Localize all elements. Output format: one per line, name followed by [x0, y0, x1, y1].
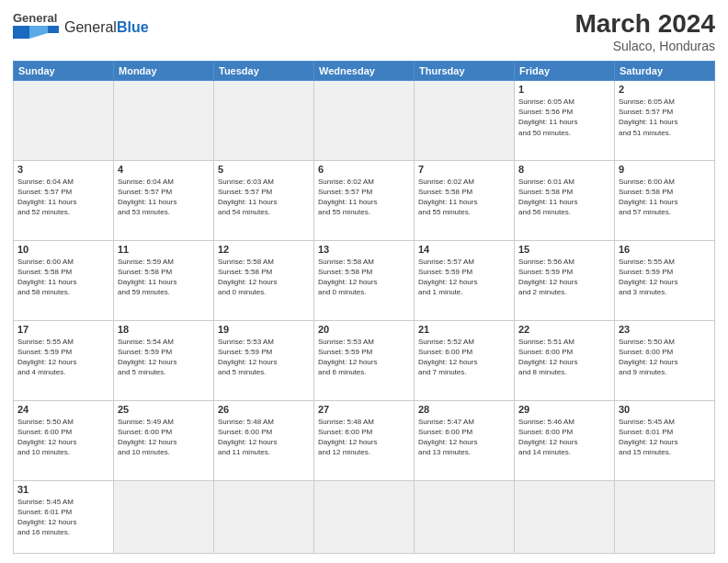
day-number: 9 — [619, 164, 711, 175]
generalblue-logo-icon: General — [13, 9, 59, 46]
calendar-cell: 28Sunrise: 5:47 AM Sunset: 6:00 PM Dayli… — [415, 400, 515, 480]
calendar-week-row: 31Sunrise: 5:45 AM Sunset: 6:01 PM Dayli… — [14, 480, 715, 553]
day-number: 17 — [17, 324, 109, 335]
day-info: Sunrise: 5:47 AM Sunset: 6:00 PM Dayligh… — [418, 417, 510, 458]
calendar-cell: 1Sunrise: 6:05 AM Sunset: 5:56 PM Daylig… — [515, 81, 615, 161]
weekday-header-monday: Monday — [114, 62, 214, 81]
day-number: 5 — [218, 164, 310, 175]
calendar-cell — [314, 81, 415, 161]
day-number: 28 — [418, 404, 510, 415]
calendar-cell — [114, 81, 214, 161]
day-info: Sunrise: 5:54 AM Sunset: 5:59 PM Dayligh… — [118, 337, 210, 378]
calendar-cell: 11Sunrise: 5:59 AM Sunset: 5:58 PM Dayli… — [114, 240, 214, 320]
day-number: 16 — [619, 244, 711, 255]
calendar-cell: 13Sunrise: 5:58 AM Sunset: 5:58 PM Dayli… — [314, 240, 415, 320]
day-number: 23 — [619, 324, 711, 335]
day-number: 10 — [17, 244, 109, 255]
calendar-cell: 12Sunrise: 5:58 AM Sunset: 5:58 PM Dayli… — [214, 240, 314, 320]
calendar-cell: 15Sunrise: 5:56 AM Sunset: 5:59 PM Dayli… — [515, 240, 615, 320]
calendar-cell: 31Sunrise: 5:45 AM Sunset: 6:01 PM Dayli… — [14, 480, 114, 553]
day-info: Sunrise: 5:45 AM Sunset: 6:01 PM Dayligh… — [17, 497, 109, 538]
day-number: 8 — [518, 164, 610, 175]
day-number: 26 — [218, 404, 310, 415]
calendar-cell: 23Sunrise: 5:50 AM Sunset: 6:00 PM Dayli… — [615, 320, 715, 400]
calendar-cell: 2Sunrise: 6:05 AM Sunset: 5:57 PM Daylig… — [615, 81, 715, 161]
title-block: March 2024 Sulaco, Honduras — [574, 9, 715, 53]
day-number: 12 — [218, 244, 310, 255]
weekday-header-wednesday: Wednesday — [314, 62, 415, 81]
weekday-header-tuesday: Tuesday — [214, 62, 314, 81]
calendar-title: March 2024 — [574, 9, 715, 39]
calendar-cell — [114, 480, 214, 553]
day-number: 21 — [418, 324, 510, 335]
day-info: Sunrise: 5:58 AM Sunset: 5:58 PM Dayligh… — [218, 257, 310, 298]
svg-rect-1 — [13, 26, 29, 39]
day-number: 2 — [619, 84, 711, 95]
calendar-cell: 17Sunrise: 5:55 AM Sunset: 5:59 PM Dayli… — [14, 320, 114, 400]
day-number: 30 — [619, 404, 711, 415]
day-number: 20 — [318, 324, 410, 335]
calendar-cell — [214, 480, 314, 553]
calendar-cell: 4Sunrise: 6:04 AM Sunset: 5:57 PM Daylig… — [114, 160, 214, 240]
day-info: Sunrise: 5:55 AM Sunset: 5:59 PM Dayligh… — [619, 257, 711, 298]
calendar-cell: 27Sunrise: 5:48 AM Sunset: 6:00 PM Dayli… — [314, 400, 415, 480]
logo-label: GeneralBlue — [64, 19, 149, 36]
day-info: Sunrise: 6:04 AM Sunset: 5:57 PM Dayligh… — [17, 177, 109, 218]
calendar-cell: 25Sunrise: 5:49 AM Sunset: 6:00 PM Dayli… — [114, 400, 214, 480]
calendar-cell: 26Sunrise: 5:48 AM Sunset: 6:00 PM Dayli… — [214, 400, 314, 480]
weekday-header-saturday: Saturday — [615, 62, 715, 81]
calendar-cell: 21Sunrise: 5:52 AM Sunset: 6:00 PM Dayli… — [415, 320, 515, 400]
day-number: 6 — [318, 164, 410, 175]
calendar-cell: 10Sunrise: 6:00 AM Sunset: 5:58 PM Dayli… — [14, 240, 114, 320]
day-number: 15 — [518, 244, 610, 255]
day-info: Sunrise: 6:04 AM Sunset: 5:57 PM Dayligh… — [118, 177, 210, 218]
calendar-week-row: 24Sunrise: 5:50 AM Sunset: 6:00 PM Dayli… — [14, 400, 715, 480]
day-info: Sunrise: 6:01 AM Sunset: 5:58 PM Dayligh… — [518, 177, 610, 218]
day-number: 18 — [118, 324, 210, 335]
day-info: Sunrise: 5:58 AM Sunset: 5:58 PM Dayligh… — [318, 257, 410, 298]
day-number: 22 — [518, 324, 610, 335]
day-number: 11 — [118, 244, 210, 255]
calendar-week-row: 1Sunrise: 6:05 AM Sunset: 5:56 PM Daylig… — [14, 81, 715, 161]
calendar-cell: 7Sunrise: 6:02 AM Sunset: 5:58 PM Daylig… — [415, 160, 515, 240]
day-info: Sunrise: 5:57 AM Sunset: 5:59 PM Dayligh… — [418, 257, 510, 298]
calendar-cell: 5Sunrise: 6:03 AM Sunset: 5:57 PM Daylig… — [214, 160, 314, 240]
calendar-cell: 22Sunrise: 5:51 AM Sunset: 6:00 PM Dayli… — [515, 320, 615, 400]
calendar-week-row: 17Sunrise: 5:55 AM Sunset: 5:59 PM Dayli… — [14, 320, 715, 400]
day-number: 7 — [418, 164, 510, 175]
logo: General GeneralBlue — [13, 9, 149, 46]
day-info: Sunrise: 5:52 AM Sunset: 6:00 PM Dayligh… — [418, 337, 510, 378]
weekday-header-friday: Friday — [515, 62, 615, 81]
day-info: Sunrise: 5:46 AM Sunset: 6:00 PM Dayligh… — [518, 417, 610, 458]
day-number: 14 — [418, 244, 510, 255]
calendar-location: Sulaco, Honduras — [574, 39, 715, 53]
calendar-cell: 3Sunrise: 6:04 AM Sunset: 5:57 PM Daylig… — [14, 160, 114, 240]
day-info: Sunrise: 6:03 AM Sunset: 5:57 PM Dayligh… — [218, 177, 310, 218]
day-number: 25 — [118, 404, 210, 415]
day-info: Sunrise: 6:00 AM Sunset: 5:58 PM Dayligh… — [619, 177, 711, 218]
calendar-cell — [615, 480, 715, 553]
calendar-cell: 8Sunrise: 6:01 AM Sunset: 5:58 PM Daylig… — [515, 160, 615, 240]
calendar-cell — [415, 480, 515, 553]
day-number: 19 — [218, 324, 310, 335]
day-info: Sunrise: 6:00 AM Sunset: 5:58 PM Dayligh… — [17, 257, 109, 298]
calendar-cell: 20Sunrise: 5:53 AM Sunset: 5:59 PM Dayli… — [314, 320, 415, 400]
day-info: Sunrise: 5:45 AM Sunset: 6:01 PM Dayligh… — [619, 417, 711, 458]
day-info: Sunrise: 5:50 AM Sunset: 6:00 PM Dayligh… — [17, 417, 109, 458]
day-info: Sunrise: 6:02 AM Sunset: 5:58 PM Dayligh… — [418, 177, 510, 218]
day-info: Sunrise: 5:53 AM Sunset: 5:59 PM Dayligh… — [218, 337, 310, 378]
svg-marker-3 — [48, 26, 59, 33]
calendar-cell: 6Sunrise: 6:02 AM Sunset: 5:57 PM Daylig… — [314, 160, 415, 240]
day-info: Sunrise: 6:02 AM Sunset: 5:57 PM Dayligh… — [318, 177, 410, 218]
day-info: Sunrise: 5:49 AM Sunset: 6:00 PM Dayligh… — [118, 417, 210, 458]
day-number: 13 — [318, 244, 410, 255]
weekday-header-row: SundayMondayTuesdayWednesdayThursdayFrid… — [14, 62, 715, 81]
day-info: Sunrise: 5:48 AM Sunset: 6:00 PM Dayligh… — [218, 417, 310, 458]
day-number: 24 — [17, 404, 109, 415]
calendar-cell: 19Sunrise: 5:53 AM Sunset: 5:59 PM Dayli… — [214, 320, 314, 400]
day-info: Sunrise: 6:05 AM Sunset: 5:56 PM Dayligh… — [518, 97, 610, 138]
calendar-cell: 14Sunrise: 5:57 AM Sunset: 5:59 PM Dayli… — [415, 240, 515, 320]
calendar-table: SundayMondayTuesdayWednesdayThursdayFrid… — [13, 61, 715, 554]
svg-text:General: General — [13, 11, 57, 25]
calendar-cell — [14, 81, 114, 161]
